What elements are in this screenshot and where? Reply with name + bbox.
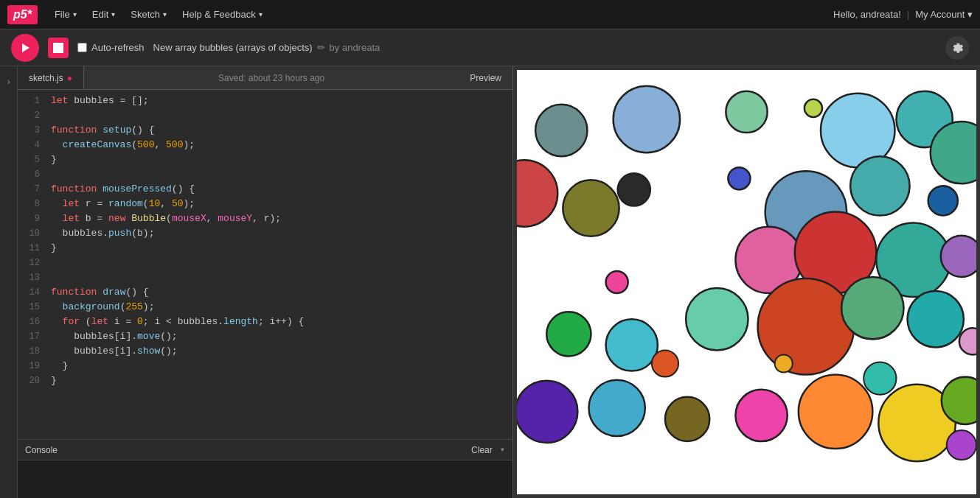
settings-button[interactable] bbox=[945, 36, 969, 60]
console-label: Console bbox=[25, 445, 58, 455]
console-expand-icon[interactable]: ▾ bbox=[500, 444, 505, 455]
code-line-14: 14 function draw() { bbox=[18, 285, 512, 300]
svg-marker-0 bbox=[22, 43, 29, 52]
code-line-2: 2 bbox=[18, 108, 512, 123]
code-line-16: 16 for (let i = 0; i < bubbles.length; i… bbox=[18, 315, 512, 329]
chevron-down-icon: ▾ bbox=[259, 10, 263, 18]
code-line-17: 17 bubbles[i].move(); bbox=[18, 329, 512, 344]
chevron-down-icon: ▾ bbox=[163, 10, 167, 18]
console-clear-button[interactable]: Clear bbox=[471, 445, 493, 455]
nav-separator: | bbox=[907, 9, 909, 20]
svg-point-27 bbox=[517, 381, 577, 443]
code-line-4: 4 createCanvas(500, 500); bbox=[18, 138, 512, 152]
preview-panel bbox=[513, 66, 980, 498]
play-button[interactable] bbox=[11, 34, 39, 62]
svg-point-10 bbox=[618, 173, 650, 206]
svg-point-31 bbox=[799, 375, 872, 449]
editor-panel: sketch.js ● Saved: about 23 hours ago Pr… bbox=[18, 66, 513, 498]
nav-edit[interactable]: Edit ▾ bbox=[86, 6, 121, 23]
code-line-9: 9 let b = new Bubble(mouseX, mouseY, r); bbox=[18, 211, 512, 226]
code-line-12: 12 bbox=[18, 256, 512, 270]
code-editor[interactable]: 1 let bubbles = []; 2 3 function setup()… bbox=[18, 90, 512, 439]
stop-icon bbox=[53, 43, 63, 53]
my-account-link[interactable]: My Account ▾ bbox=[915, 9, 973, 20]
svg-point-20 bbox=[546, 312, 591, 356]
code-line-18: 18 bubbles[i].show(); bbox=[18, 344, 512, 359]
svg-point-1 bbox=[535, 105, 587, 156]
console-header: Console Clear ▾ bbox=[18, 440, 512, 460]
svg-point-26 bbox=[959, 328, 976, 354]
nav-right: Hello, andreata! | My Account ▾ bbox=[833, 9, 973, 20]
toolbar-right bbox=[945, 36, 969, 60]
code-line-5: 5 } bbox=[18, 152, 512, 167]
chevron-right-icon: › bbox=[6, 77, 11, 88]
code-line-8: 8 let r = random(10, 50); bbox=[18, 197, 512, 211]
play-icon bbox=[20, 43, 30, 53]
code-line-15: 15 background(255); bbox=[18, 300, 512, 315]
code-line-1: 1 let bubbles = []; bbox=[18, 94, 512, 108]
svg-point-3 bbox=[726, 91, 767, 133]
svg-point-2 bbox=[614, 86, 680, 152]
nav-menu: File ▾ Edit ▾ Sketch ▾ Help & Feedback ▾ bbox=[49, 6, 833, 23]
svg-point-37 bbox=[775, 354, 793, 372]
nav-help[interactable]: Help & Feedback ▾ bbox=[176, 6, 268, 23]
sketch-author: by andreata bbox=[330, 42, 380, 53]
svg-point-28 bbox=[588, 380, 644, 436]
chevron-down-icon: ▾ bbox=[73, 10, 77, 18]
svg-point-8 bbox=[517, 160, 557, 226]
code-line-13: 13 bbox=[18, 270, 512, 285]
code-line-3: 3 function setup() { bbox=[18, 123, 512, 138]
svg-point-36 bbox=[947, 430, 976, 460]
svg-point-30 bbox=[735, 390, 787, 441]
svg-point-34 bbox=[652, 350, 678, 376]
toolbar: Auto-refresh New array bubbles (arrays o… bbox=[0, 29, 980, 66]
svg-point-13 bbox=[850, 156, 909, 215]
stop-button[interactable] bbox=[48, 38, 69, 58]
code-line-19: 19 } bbox=[18, 359, 512, 374]
bubbles-canvas bbox=[517, 70, 976, 494]
main-area: › sketch.js ● Saved: about 23 hours ago … bbox=[0, 66, 980, 498]
canvas-preview bbox=[517, 70, 976, 494]
preview-tab[interactable]: Preview bbox=[459, 66, 512, 89]
editor-tabs: sketch.js ● Saved: about 23 hours ago Pr… bbox=[18, 66, 512, 90]
svg-point-18 bbox=[941, 236, 976, 277]
svg-point-4 bbox=[804, 99, 822, 117]
svg-point-21 bbox=[606, 319, 658, 371]
svg-point-35 bbox=[863, 362, 896, 395]
sketch-title-text: New array bubbles (arrays of objects) bbox=[153, 42, 313, 53]
code-line-7: 7 function mousePressed() { bbox=[18, 182, 512, 197]
sketch-title-area: New array bubbles (arrays of objects) ✏ … bbox=[153, 42, 380, 53]
save-status: Saved: about 23 hours ago bbox=[84, 66, 459, 89]
code-line-6: 6 bbox=[18, 167, 512, 182]
gear-icon bbox=[951, 41, 964, 55]
svg-point-11 bbox=[728, 167, 750, 189]
svg-point-25 bbox=[908, 291, 964, 347]
unsaved-indicator: ● bbox=[67, 73, 72, 83]
auto-refresh-label: Auto-refresh bbox=[77, 42, 145, 53]
svg-point-14 bbox=[928, 186, 958, 215]
console-area: Console Clear ▾ bbox=[18, 439, 512, 498]
code-line-20: 20 } bbox=[18, 374, 512, 388]
code-line-10: 10 bubbles.push(b); bbox=[18, 226, 512, 241]
svg-point-22 bbox=[686, 288, 748, 350]
svg-point-19 bbox=[606, 271, 628, 293]
nav-sketch[interactable]: Sketch ▾ bbox=[125, 6, 173, 23]
top-nav: p5* File ▾ Edit ▾ Sketch ▾ Help & Feedba… bbox=[0, 0, 980, 29]
greeting-text: Hello, andreata! bbox=[833, 9, 901, 20]
console-body bbox=[18, 460, 512, 498]
svg-point-24 bbox=[841, 277, 903, 339]
svg-point-23 bbox=[758, 278, 855, 375]
svg-point-29 bbox=[665, 397, 709, 441]
logo[interactable]: p5* bbox=[7, 5, 38, 24]
nav-file[interactable]: File ▾ bbox=[49, 6, 83, 23]
svg-point-9 bbox=[563, 180, 619, 236]
code-line-11: 11 } bbox=[18, 241, 512, 256]
chevron-down-icon: ▾ bbox=[111, 10, 115, 18]
sidebar-toggle[interactable]: › bbox=[0, 66, 18, 498]
edit-icon[interactable]: ✏ bbox=[317, 42, 325, 53]
auto-refresh-checkbox[interactable] bbox=[77, 43, 87, 52]
sketch-tab[interactable]: sketch.js ● bbox=[18, 66, 84, 89]
